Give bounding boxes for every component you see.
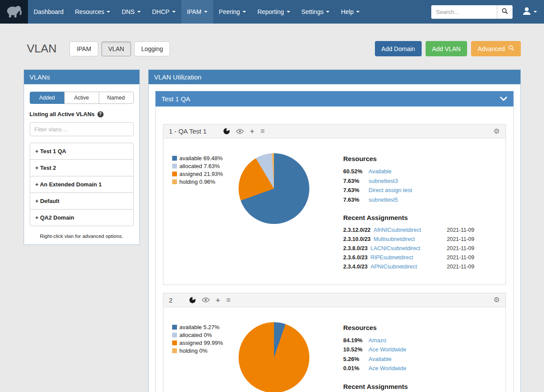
vlan-filter-input[interactable] <box>30 122 134 136</box>
utilization-pie-chart <box>239 322 309 392</box>
legend-item: assigned 21.93% <box>172 171 239 177</box>
search-button[interactable] <box>497 5 513 19</box>
elephant-logo-icon <box>4 3 24 21</box>
nav-label: Peering <box>219 8 240 15</box>
chevron-down-icon <box>172 11 176 13</box>
listing-label: Listing all Active VLANs <box>30 111 95 117</box>
add-vlan-button[interactable]: Add VLAN <box>426 41 467 56</box>
legend-item: allocated 0% <box>172 332 239 338</box>
nav-label: DHCP <box>152 8 170 15</box>
resources-heading: Resources <box>343 155 475 162</box>
assignment-date: 2021-11-09 <box>441 245 474 252</box>
domain-header[interactable]: Test 1 QA <box>156 91 513 107</box>
chevron-down-icon <box>534 11 537 13</box>
nav-item-reporting[interactable]: Reporting <box>252 0 296 24</box>
nav-item-dhcp[interactable]: DHCP <box>146 0 181 24</box>
eye-icon[interactable] <box>236 129 244 134</box>
assignment-link[interactable]: Multisubnetdirect <box>374 236 415 243</box>
resource-row: 10.52%Ace Worldwide <box>343 346 475 354</box>
tab-active[interactable]: Active <box>64 92 99 104</box>
resource-link[interactable]: Direct assign test <box>369 186 412 194</box>
nav-item-help[interactable]: Help <box>335 0 365 24</box>
plus-icon[interactable]: + <box>250 127 254 135</box>
main-navigation: Dashboard Resources DNS DHCP IPAM Peerin… <box>28 0 365 24</box>
nav-item-resources[interactable]: Resources <box>69 0 116 24</box>
search-input[interactable] <box>431 5 497 19</box>
vlan-card-header: 2 + ≡ ⚙ <box>163 293 506 307</box>
assignment-row: 2.3.8.0/23LACNICsubnetdirect2021-11-09 <box>343 245 475 252</box>
resource-link[interactable]: Ace Worldwide <box>369 364 406 372</box>
gear-icon[interactable]: ⚙ <box>493 296 499 303</box>
vlan-utilization-title: VLAN Utilization <box>149 70 520 84</box>
resource-row: 60.52%Available <box>343 168 475 175</box>
menu-icon[interactable]: ≡ <box>260 127 265 135</box>
tab-named[interactable]: Named <box>99 92 134 104</box>
legend-item: holding 0% <box>172 347 239 354</box>
search-icon <box>502 8 508 16</box>
tab-vlan[interactable]: VLAN <box>101 41 132 56</box>
tab-ipam[interactable]: IPAM <box>69 41 98 56</box>
pie-chart-icon[interactable] <box>223 128 230 134</box>
assignment-cidr: 2.3.8.0/23 <box>343 245 368 252</box>
chevron-down-icon <box>243 11 246 13</box>
legend-swatch <box>172 348 177 353</box>
app-logo[interactable] <box>0 0 28 24</box>
legend-swatch <box>172 156 177 161</box>
eye-icon[interactable] <box>202 297 210 303</box>
page-title: VLAN <box>27 42 57 55</box>
resource-row: 84.19%Amazo <box>343 337 475 344</box>
help-icon[interactable]: ? <box>97 111 104 117</box>
nav-item-peering[interactable]: Peering <box>213 0 252 24</box>
vlan-list-item-qa2-domain[interactable]: + QA2 Domain <box>30 209 134 226</box>
user-menu[interactable] <box>520 7 540 17</box>
user-icon <box>522 7 531 17</box>
legend-label: holding 0% <box>180 347 208 354</box>
vlan-list-item-test1qa[interactable]: + Test 1 QA <box>30 143 134 160</box>
domain-body: 1 - QA Test 1 + ≡ ⚙ <box>156 107 513 392</box>
nav-item-dashboard[interactable]: Dashboard <box>28 0 69 24</box>
assignments-heading: Recent Assignments <box>343 383 475 390</box>
assignment-link[interactable]: LACNICsubnetdirect <box>371 245 420 252</box>
nav-label: DNS <box>121 8 135 15</box>
vlan-list-item-default[interactable]: + Default <box>30 193 134 210</box>
assignment-link[interactable]: APNICsubnetdirect <box>371 263 417 271</box>
content-columns: VLANs Added Active Named Listing all Act… <box>24 69 521 392</box>
resource-percent: 7.63% <box>343 177 369 185</box>
gear-icon[interactable]: ⚙ <box>493 128 499 135</box>
resource-row: 7.63%Direct assign test <box>343 186 475 194</box>
resource-percent: 7.63% <box>343 196 369 204</box>
nav-item-settings[interactable]: Settings <box>296 0 336 24</box>
pie-chart-icon[interactable] <box>189 297 196 303</box>
vlan-list-item-extended-domain[interactable]: + An Extended Domain 1 <box>30 176 134 193</box>
nav-item-dns[interactable]: DNS <box>116 0 146 24</box>
assignment-row: 2.3.4.0/23APNICsubnetdirect2021-11-09 <box>343 263 475 271</box>
menu-icon[interactable]: ≡ <box>226 296 231 304</box>
plus-icon[interactable]: + <box>216 296 220 304</box>
vlan-list-item-test2[interactable]: + Test 2 <box>30 159 134 176</box>
chevron-down-icon <box>356 11 360 13</box>
nav-item-ipam[interactable]: IPAM <box>181 0 213 24</box>
page-header: VLAN IPAM VLAN Logging Add Domain Add VL… <box>24 41 521 56</box>
assignment-row: 2.3.6.0/23RIPEsubnetdirect2021-11-09 <box>343 254 475 261</box>
vlan-name: 1 - QA Test 1 <box>169 127 207 135</box>
vlan-filter-tabs: Added Active Named <box>30 92 134 104</box>
add-domain-button[interactable]: Add Domain <box>375 41 422 56</box>
legend-swatch <box>172 333 177 337</box>
assignment-link[interactable]: AfriNICsubnetdirect <box>374 227 421 234</box>
resource-link[interactable]: subnettest5 <box>369 196 398 204</box>
resource-link[interactable]: subnettest3 <box>369 177 398 185</box>
tab-added[interactable]: Added <box>30 92 65 104</box>
assignment-link[interactable]: RIPEsubnetdirect <box>371 254 413 261</box>
advanced-button[interactable]: Advanced <box>471 41 520 56</box>
resource-link[interactable]: Available <box>369 168 392 175</box>
tab-logging[interactable]: Logging <box>134 41 170 56</box>
legend-swatch <box>172 172 177 176</box>
add-domain-label: Add Domain <box>381 45 415 52</box>
resource-link[interactable]: Ace Worldwide <box>369 346 406 354</box>
resource-row: 0.01%Ace Worldwide <box>343 364 475 372</box>
vlan-card: 2 + ≡ ⚙ <box>163 293 506 392</box>
assignment-cidr: 2.3.6.0/23 <box>343 254 368 261</box>
resource-link[interactable]: Amazo <box>369 337 386 344</box>
resource-link[interactable]: Available <box>369 355 392 363</box>
vlan-list: + Test 1 QA + Test 2 + An Extended Domai… <box>30 143 134 226</box>
